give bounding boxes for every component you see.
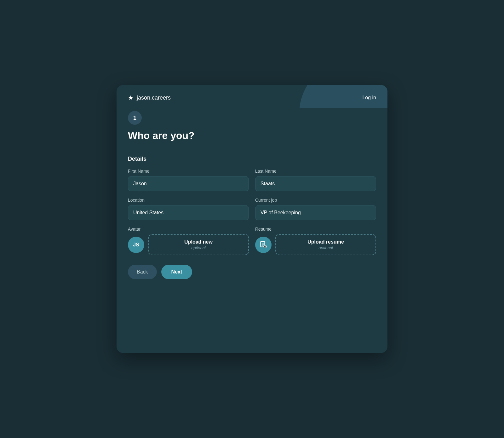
upload-resume-label: Upload resume bbox=[307, 239, 344, 245]
upload-resume-sub: optional bbox=[318, 245, 333, 250]
avatar-upload-area: JS Upload new optional bbox=[128, 234, 249, 255]
location-job-row: Location Current job bbox=[128, 198, 376, 220]
current-job-input[interactable] bbox=[255, 205, 376, 220]
upload-new-sub: optional bbox=[191, 245, 206, 250]
first-name-group: First Name bbox=[128, 169, 249, 191]
login-button[interactable]: Log in bbox=[362, 95, 376, 101]
resume-group: Resume ? Upload resume optional bbox=[255, 227, 376, 255]
first-name-input[interactable] bbox=[128, 176, 249, 191]
resume-icon: ? bbox=[255, 237, 272, 253]
avatar: JS bbox=[128, 237, 144, 253]
logo-area: ★ jason.careers bbox=[128, 94, 171, 101]
page-title: Who are you? bbox=[128, 130, 376, 141]
logo-star-icon: ★ bbox=[128, 94, 134, 101]
location-group: Location bbox=[128, 198, 249, 220]
svg-text:?: ? bbox=[264, 246, 266, 248]
step-badge: 1 bbox=[128, 111, 142, 125]
card-header: ★ jason.careers Log in bbox=[117, 85, 387, 108]
logo-text: jason.careers bbox=[137, 95, 171, 101]
section-title: Details bbox=[128, 156, 376, 162]
current-job-label: Current job bbox=[255, 198, 376, 203]
upload-avatar-button[interactable]: Upload new optional bbox=[148, 234, 249, 255]
resume-label: Resume bbox=[255, 227, 376, 232]
location-label: Location bbox=[128, 198, 249, 203]
name-row: First Name Last Name bbox=[128, 169, 376, 191]
upload-row: Avatar JS Upload new optional Resume bbox=[128, 227, 376, 255]
last-name-label: Last Name bbox=[255, 169, 376, 174]
section-divider bbox=[128, 148, 376, 148]
next-button[interactable]: Next bbox=[161, 265, 192, 279]
upload-new-label: Upload new bbox=[184, 239, 213, 245]
avatar-label: Avatar bbox=[128, 227, 249, 232]
current-job-group: Current job bbox=[255, 198, 376, 220]
last-name-group: Last Name bbox=[255, 169, 376, 191]
first-name-label: First Name bbox=[128, 169, 249, 174]
card-body: 1 Who are you? Details First Name Last N… bbox=[117, 108, 387, 291]
upload-resume-button[interactable]: Upload resume optional bbox=[275, 234, 376, 255]
avatar-group: Avatar JS Upload new optional bbox=[128, 227, 249, 255]
main-card: ★ jason.careers Log in 1 Who are you? De… bbox=[117, 85, 387, 353]
last-name-input[interactable] bbox=[255, 176, 376, 191]
location-input[interactable] bbox=[128, 205, 249, 220]
footer-buttons: Back Next bbox=[128, 265, 376, 279]
back-button[interactable]: Back bbox=[128, 265, 157, 279]
resume-upload-area: ? Upload resume optional bbox=[255, 234, 376, 255]
